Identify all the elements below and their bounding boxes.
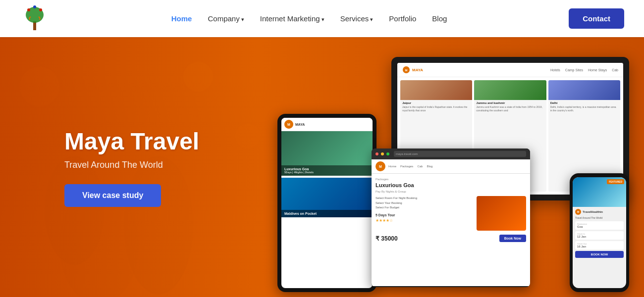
feature-2: Select Your Booking bbox=[376, 201, 473, 206]
svg-point-3 bbox=[39, 8, 42, 11]
laptop-kashmir-title: Jammu and kashmir bbox=[476, 101, 544, 104]
phone-mockup: FEATURED M TravelHealthin Travel Around … bbox=[570, 173, 629, 292]
laptop-jaipur-img bbox=[400, 80, 472, 100]
browser-screen: M Home Packages Cab Blog Packages Luxuri… bbox=[372, 159, 530, 286]
phone-brand-text: TravelHealthin bbox=[583, 210, 603, 213]
phone-content: M TravelHealthin Travel Around The World… bbox=[573, 207, 626, 260]
browser-nav-cab: Cab bbox=[417, 165, 423, 168]
phone-header-image: FEATURED bbox=[573, 177, 626, 207]
browser-nav-links: Home Packages Cab Blog bbox=[388, 165, 432, 168]
hero-section: Maya Travel Travel Around The World View… bbox=[0, 37, 644, 297]
browser-days: 5 Days Tour bbox=[376, 212, 473, 218]
tablet-img1-label: Luxurious Goa bbox=[284, 167, 370, 171]
nav-company[interactable]: Company bbox=[208, 14, 244, 23]
svg-text:M: M bbox=[405, 69, 408, 72]
nav-links: Home Company Internet Marketing Services… bbox=[171, 14, 447, 23]
phone-destination-field[interactable]: Destination Goa bbox=[575, 221, 624, 230]
laptop-nav-cab: Cab bbox=[612, 68, 618, 72]
browser-body: Packages Luxurious Goa Pay By Nights & G… bbox=[372, 174, 530, 246]
phone-frame: FEATURED M TravelHealthin Travel Around … bbox=[570, 173, 629, 292]
laptop-brand: M MAYA bbox=[402, 66, 423, 74]
laptop-delhi-title: Delhi bbox=[550, 101, 618, 104]
feature-1: Select Room For Night Booking bbox=[376, 196, 473, 201]
tablet-img2-label: Maldives on Pocket bbox=[284, 212, 370, 215]
tablet-frame: M MAYA Luxurious Goa 5Days | 4Nights | 3… bbox=[277, 114, 376, 292]
browser-nav: M Home Packages Cab Blog bbox=[372, 159, 530, 174]
browser-pkg-sub: Pay By Nights & Group bbox=[376, 190, 526, 193]
laptop-jaipur-title: Jaipur bbox=[402, 101, 470, 104]
laptop-nav-camp: Camp Sites bbox=[565, 68, 583, 72]
contact-button[interactable]: Contact bbox=[569, 8, 624, 29]
laptop-kashmir-text: Jammu and kashmir Jammu and Kashmir was … bbox=[474, 100, 546, 113]
navbar: Home Company Internet Marketing Services… bbox=[0, 0, 644, 37]
browser-close-dot bbox=[376, 152, 378, 155]
browser-pkg-title: Luxurious Goa bbox=[376, 182, 526, 188]
laptop-jaipur-text: Jaipur Jaipur is the capital of India's … bbox=[400, 100, 472, 113]
phone-featured-badge: FEATURED bbox=[607, 179, 624, 184]
hero-subtitle: Travel Around The World bbox=[64, 160, 199, 170]
browser-price-row: ₹ 35000 Book Now bbox=[376, 235, 526, 242]
tablet-img1-overlay: Luxurious Goa 5Days | 4Nights | 3hotels bbox=[281, 165, 373, 176]
laptop-brand-text: MAYA bbox=[412, 68, 423, 72]
feature-3: Select For Budget bbox=[376, 205, 473, 210]
phone-checkin-value: 12 Jan bbox=[577, 235, 622, 238]
phone-logo: M bbox=[575, 209, 581, 215]
browser-maximize-dot bbox=[386, 152, 389, 155]
browser-pkg-content: Select Room For Night Booking Select You… bbox=[376, 196, 526, 231]
browser-minimize-dot bbox=[381, 152, 384, 155]
tablet-header: M MAYA bbox=[281, 118, 373, 131]
phone-screen: FEATURED M TravelHealthin Travel Around … bbox=[573, 177, 626, 288]
svg-point-4 bbox=[33, 5, 36, 8]
browser-url-text: maya-travel.com bbox=[396, 152, 418, 155]
phone-checkout-value: 16 Jan bbox=[577, 245, 622, 248]
browser-nav-packages: Packages bbox=[400, 165, 413, 168]
logo-area bbox=[20, 4, 50, 34]
nav-blog[interactable]: Blog bbox=[432, 14, 447, 23]
browser-logo: M bbox=[376, 161, 385, 171]
nav-home[interactable]: Home bbox=[171, 14, 192, 23]
browser-toolbar: maya-travel.com bbox=[372, 148, 530, 159]
tablet-img1-sub: 5Days | 4Nights | 3hotels bbox=[284, 171, 370, 174]
hero-title: Maya Travel bbox=[64, 128, 199, 155]
nav-services[interactable]: Services bbox=[340, 14, 374, 23]
browser-pkg-section: Packages bbox=[376, 178, 526, 181]
browser-frame: maya-travel.com M Home Packages Cab Blog bbox=[372, 148, 530, 287]
nav-internet-marketing[interactable]: Internet Marketing bbox=[260, 14, 324, 23]
browser-pkg-features: Select Room For Night Booking Select You… bbox=[376, 196, 473, 231]
tablet-img2-overlay: Maldives on Pocket bbox=[281, 210, 373, 217]
laptop-delhi-desc: Delhi, India's capital territory, is a m… bbox=[550, 105, 618, 112]
laptop-kashmir-desc: Jammu and Kashmir was a state of India f… bbox=[476, 105, 544, 112]
laptop-jaipur-desc: Jaipur is the capital of India's Rajasth… bbox=[402, 105, 470, 112]
tablet-screen: M MAYA Luxurious Goa 5Days | 4Nights | 3… bbox=[281, 118, 373, 288]
browser-urlbar: maya-travel.com bbox=[394, 151, 526, 157]
logo-icon bbox=[20, 4, 50, 34]
tablet-brand-text: MAYA bbox=[295, 123, 305, 126]
laptop-kashmir-img bbox=[474, 80, 546, 100]
tablet-mockup: M MAYA Luxurious Goa 5Days | 4Nights | 3… bbox=[277, 114, 376, 292]
phone-submit-button[interactable]: BOOK NOW bbox=[575, 251, 624, 258]
phone-checkout-field[interactable]: Check Out 16 Jan bbox=[575, 241, 624, 249]
phone-destination-value: Goa bbox=[577, 225, 622, 228]
phone-logo-row: M TravelHealthin bbox=[575, 209, 624, 215]
laptop-nav: M MAYA Hotels Camp Sites Home Stays Cab bbox=[397, 63, 623, 77]
view-case-study-button[interactable]: View case study bbox=[64, 184, 161, 207]
browser-nav-home: Home bbox=[388, 165, 396, 168]
laptop-logo-icon: M bbox=[402, 66, 410, 74]
tablet-img2: Maldives on Pocket bbox=[281, 178, 373, 217]
tablet-img1: Luxurious Goa 5Days | 4Nights | 3hotels bbox=[281, 131, 373, 176]
laptop-delhi-text: Delhi Delhi, India's capital territory, … bbox=[548, 100, 620, 113]
browser-price: ₹ 35000 bbox=[376, 235, 398, 242]
browser-stars: ★★★★☆ bbox=[376, 218, 473, 224]
laptop-nav-hotels: Hotels bbox=[550, 68, 560, 72]
browser-mockup: maya-travel.com M Home Packages Cab Blog bbox=[372, 148, 530, 287]
laptop-nav-links: Hotels Camp Sites Home Stays Cab bbox=[550, 68, 618, 72]
browser-book-button[interactable]: Book Now bbox=[499, 235, 526, 242]
tablet-logo: M bbox=[284, 120, 293, 129]
phone-checkin-field[interactable]: Check In 12 Jan bbox=[575, 231, 624, 240]
hero-content: Maya Travel Travel Around The World View… bbox=[64, 128, 199, 207]
browser-nav-blog: Blog bbox=[427, 165, 432, 168]
browser-pkg-image bbox=[477, 196, 526, 231]
devices-area: M MAYA Hotels Camp Sites Home Stays Cab bbox=[268, 37, 644, 297]
svg-point-2 bbox=[27, 8, 30, 11]
nav-portfolio[interactable]: Portfolio bbox=[389, 14, 416, 23]
